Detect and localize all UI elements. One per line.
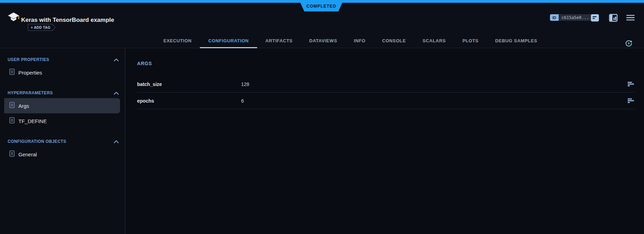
configuration-sidebar: USER PROPERTIES Properties HYPERPARAMETE…	[0, 48, 125, 234]
tab-debug-samples[interactable]: DEBUG SAMPLES	[487, 34, 545, 48]
document-icon	[9, 102, 15, 110]
sidebar-item-general[interactable]: General	[4, 147, 120, 162]
sidebar-item-label: General	[18, 151, 37, 157]
group-header-configuration-objects[interactable]: CONFIGURATION OBJECTS	[8, 138, 119, 145]
tab-console[interactable]: CONSOLE	[374, 34, 414, 48]
tab-dataviews[interactable]: DATAVIEWS	[301, 34, 346, 48]
group-header-hyperparameters[interactable]: HYPERPARAMETERS	[8, 90, 119, 96]
tab-plots[interactable]: PLOTS	[454, 34, 487, 48]
param-key: batch_size	[137, 81, 241, 87]
group-label: HYPERPARAMETERS	[8, 90, 53, 95]
sidebar-item-args[interactable]: Args	[4, 98, 120, 113]
details-panel-icon[interactable]	[591, 14, 599, 23]
id-badge: ID	[550, 14, 559, 21]
status-label: COMPLETED	[306, 4, 336, 9]
document-icon	[9, 117, 15, 125]
tab-bar: EXECUTION CONFIGURATION ARTIFACTS DATAVI…	[155, 34, 545, 48]
group-label: CONFIGURATION OBJECTS	[8, 139, 66, 144]
parameters-panel: ARGS batch_size 128 epochs 6	[125, 48, 644, 234]
chevron-up-icon[interactable]	[114, 138, 119, 145]
sidebar-group-user-properties: USER PROPERTIES Properties	[0, 57, 125, 80]
sidebar-item-label: TF_DEFINE	[18, 118, 47, 124]
chevron-up-icon[interactable]	[114, 90, 119, 96]
tab-execution[interactable]: EXECUTION	[155, 34, 200, 48]
table-row: epochs 6	[137, 93, 635, 109]
experiment-title: Keras with TensorBoard example	[21, 17, 114, 24]
tab-scalars[interactable]: SCALARS	[414, 34, 454, 48]
parameters-table: batch_size 128 epochs 6	[137, 76, 635, 109]
sidebar-item-properties[interactable]: Properties	[4, 65, 120, 80]
add-tag-label: + ADD TAG	[28, 24, 55, 31]
menu-icon[interactable]	[626, 15, 635, 22]
param-origin-icon[interactable]	[628, 82, 634, 87]
table-row: batch_size 128	[137, 76, 635, 93]
sidebar-group-configuration-objects: CONFIGURATION OBJECTS General	[0, 138, 125, 162]
section-title: ARGS	[137, 61, 635, 66]
param-value: 6	[241, 98, 628, 104]
document-icon	[9, 150, 15, 158]
tab-info[interactable]: INFO	[346, 34, 374, 48]
tab-artifacts[interactable]: ARTIFACTS	[257, 34, 301, 48]
group-header-user-properties[interactable]: USER PROPERTIES	[8, 57, 119, 63]
sidebar-group-hyperparameters: HYPERPARAMETERS Args TF_DEFINE	[0, 90, 125, 129]
param-key: epochs	[137, 98, 241, 104]
split-view-icon[interactable]	[609, 14, 618, 23]
document-icon	[9, 69, 15, 76]
param-value: 128	[241, 81, 628, 87]
id-value: c615a5e0...	[559, 14, 592, 21]
add-tag-button[interactable]: + ADD TAG	[28, 24, 56, 31]
status-ribbon: COMPLETED	[299, 0, 344, 11]
content-area: USER PROPERTIES Properties HYPERPARAMETE…	[0, 48, 644, 234]
param-origin-icon[interactable]	[628, 98, 634, 103]
chevron-up-icon[interactable]	[114, 57, 119, 63]
auto-refresh-icon[interactable]	[625, 39, 633, 49]
experiment-type-icon	[7, 12, 20, 25]
group-label: USER PROPERTIES	[8, 57, 49, 62]
experiment-id-chip[interactable]: ID c615a5e0...	[550, 14, 592, 21]
tab-configuration[interactable]: CONFIGURATION	[200, 34, 257, 48]
sidebar-item-label: Args	[18, 103, 29, 109]
sidebar-item-tf-define[interactable]: TF_DEFINE	[4, 113, 120, 129]
sidebar-item-label: Properties	[18, 70, 42, 76]
